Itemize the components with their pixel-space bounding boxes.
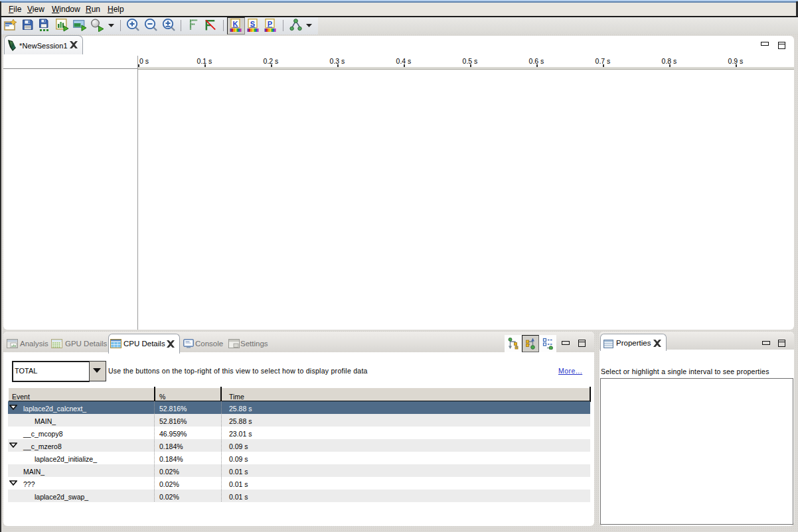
svg-text:S: S	[250, 20, 255, 28]
svg-text:P: P	[268, 20, 272, 28]
svg-text:K: K	[233, 20, 238, 28]
